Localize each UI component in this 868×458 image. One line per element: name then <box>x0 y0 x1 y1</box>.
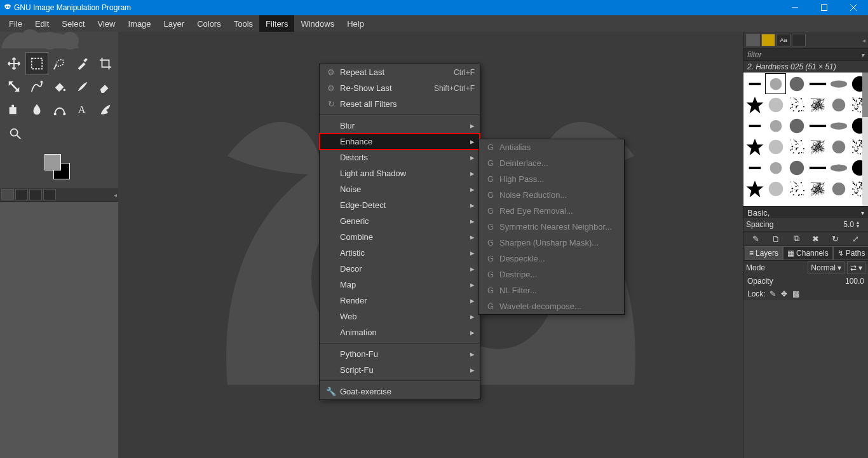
enhance-antialias[interactable]: GAntialias <box>479 139 624 155</box>
brush-cell[interactable] <box>745 74 764 94</box>
filters-artistic[interactable]: Artistic▸ <box>320 245 480 261</box>
filters-animation[interactable]: Animation▸ <box>320 324 480 340</box>
duplicate-brush-icon[interactable]: ⧉ <box>794 233 799 244</box>
filters-re-show-last[interactable]: ⚙Re-Show LastShift+Ctrl+F <box>320 80 480 96</box>
free-select-tool[interactable] <box>48 52 71 75</box>
filters-reset-all-filters[interactable]: ↻Reset all Filters <box>320 96 480 112</box>
new-brush-icon[interactable]: 🗋 <box>772 234 780 244</box>
lock-position-icon[interactable]: ✥ <box>781 289 787 298</box>
brush-cell[interactable] <box>829 179 848 198</box>
minimize-button[interactable] <box>780 0 810 15</box>
brush-cell[interactable] <box>829 74 848 94</box>
open-as-image-icon[interactable]: ⤢ <box>852 234 859 244</box>
paths-tab[interactable]: ↯Paths <box>833 246 868 260</box>
enhance-sharpen-(unsharp-mask)[interactable]: GSharpen (Unsharp Mask)... <box>479 235 624 251</box>
brush-grid[interactable] <box>743 73 868 206</box>
undo-history-tab[interactable] <box>29 189 42 200</box>
brush-tag-selector[interactable]: Basic, ▾ <box>743 206 868 218</box>
brush-cell[interactable] <box>745 116 764 135</box>
scrollbar[interactable] <box>862 73 868 206</box>
close-button[interactable] <box>839 0 868 15</box>
fonts-tab[interactable]: Aa <box>776 34 790 46</box>
brush-cell[interactable] <box>808 95 827 114</box>
brush-cell[interactable] <box>766 74 785 94</box>
filters-decor[interactable]: Decor▸ <box>320 261 480 277</box>
menu-filters[interactable]: Filters <box>259 15 294 32</box>
document-history-tab[interactable] <box>792 34 806 46</box>
brush-cell[interactable] <box>745 179 764 198</box>
layer-opacity-row[interactable]: Opacity 100.0 <box>743 275 868 288</box>
filters-light-and-shadow[interactable]: Light and Shadow▸ <box>320 165 480 181</box>
color-picker-tool[interactable] <box>71 52 94 75</box>
filters-generic[interactable]: Generic▸ <box>320 213 480 229</box>
patterns-tab[interactable] <box>761 34 775 46</box>
brush-cell[interactable] <box>766 179 785 198</box>
layer-switch-select[interactable]: ⇄▾ <box>847 261 865 274</box>
lock-paint-icon[interactable]: ✎ <box>770 289 776 298</box>
brush-cell[interactable] <box>829 137 848 156</box>
brush-cell[interactable] <box>808 179 827 198</box>
brush-cell[interactable] <box>829 158 848 177</box>
zoom-tool[interactable] <box>4 122 27 145</box>
smudge-tool[interactable] <box>25 98 48 121</box>
filters-enhance[interactable]: Enhance▸ <box>320 134 480 149</box>
enhance-nl-filter[interactable]: GNL Filter... <box>479 282 624 298</box>
brush-cell[interactable] <box>787 95 806 114</box>
channels-tab[interactable]: ▦Channels <box>783 246 833 260</box>
clone-tool[interactable] <box>3 98 25 121</box>
menu-colors[interactable]: Colors <box>191 15 227 32</box>
enhance-despeckle[interactable]: GDespeckle... <box>479 251 624 267</box>
brush-cell[interactable] <box>808 158 827 177</box>
refresh-brushes-icon[interactable]: ↻ <box>832 234 839 244</box>
menu-help[interactable]: Help <box>341 15 370 32</box>
path-tool[interactable] <box>48 98 71 121</box>
filters-edge-detect[interactable]: Edge-Detect▸ <box>320 197 480 213</box>
paintbrush-tool[interactable] <box>71 75 94 98</box>
brush-cell[interactable] <box>808 116 827 135</box>
enhance-wavelet-decompose[interactable]: GWavelet-decompose... <box>479 298 624 314</box>
filters-distorts[interactable]: Distorts▸ <box>320 149 480 165</box>
maximize-button[interactable] <box>810 0 839 15</box>
rect-select-tool[interactable] <box>25 52 48 75</box>
enhance-symmetric-nearest-neighbor[interactable]: GSymmetric Nearest Neighbor... <box>479 219 624 235</box>
brush-cell[interactable] <box>787 179 806 198</box>
stepper-icon[interactable]: ▴▾ <box>857 221 865 228</box>
enhance-destripe[interactable]: GDestripe... <box>479 267 624 282</box>
brush-cell[interactable] <box>808 137 827 156</box>
tool-options-tab[interactable] <box>1 189 14 200</box>
images-tab[interactable] <box>43 189 56 200</box>
filters-render[interactable]: Render▸ <box>320 293 480 309</box>
filters-map[interactable]: Map▸ <box>320 277 480 293</box>
dodge-burn-tool[interactable] <box>94 98 117 121</box>
configure-tab-icon[interactable]: ◂ <box>114 191 117 198</box>
brush-cell[interactable] <box>766 95 785 114</box>
device-status-tab[interactable] <box>15 189 28 200</box>
menu-layer[interactable]: Layer <box>158 15 191 32</box>
brush-cell[interactable] <box>787 74 806 94</box>
brush-cell[interactable] <box>766 116 785 135</box>
bucket-fill-tool[interactable] <box>48 75 71 98</box>
brushes-tab[interactable] <box>746 34 760 46</box>
delete-brush-icon[interactable]: ✖ <box>812 234 819 244</box>
brush-cell[interactable] <box>745 95 764 114</box>
layer-mode-select[interactable]: Normal▾ <box>808 261 844 274</box>
brush-cell[interactable] <box>745 158 764 177</box>
enhance-noise-reduction[interactable]: GNoise Reduction... <box>479 187 624 203</box>
foreground-color[interactable] <box>44 154 61 170</box>
brush-cell[interactable] <box>829 116 848 135</box>
brush-cell[interactable] <box>745 137 764 156</box>
configure-tab-icon[interactable]: ◂ <box>862 37 865 44</box>
enhance-red-eye-removal[interactable]: GRed Eye Removal... <box>479 203 624 219</box>
brush-cell[interactable] <box>766 158 785 177</box>
filters-blur[interactable]: Blur▸ <box>320 118 480 134</box>
filters-web[interactable]: Web▸ <box>320 309 480 324</box>
brush-cell[interactable] <box>766 137 785 156</box>
brush-cell[interactable] <box>787 116 806 135</box>
color-swatch[interactable] <box>44 154 72 182</box>
filters-combine[interactable]: Combine▸ <box>320 229 480 245</box>
eraser-tool[interactable] <box>94 75 117 98</box>
menu-windows[interactable]: Windows <box>294 15 341 32</box>
layers-tab[interactable]: ≡Layers <box>745 246 783 260</box>
lock-alpha-icon[interactable]: ▩ <box>792 289 799 298</box>
enhance-deinterlace[interactable]: GDeinterlace... <box>479 155 624 171</box>
